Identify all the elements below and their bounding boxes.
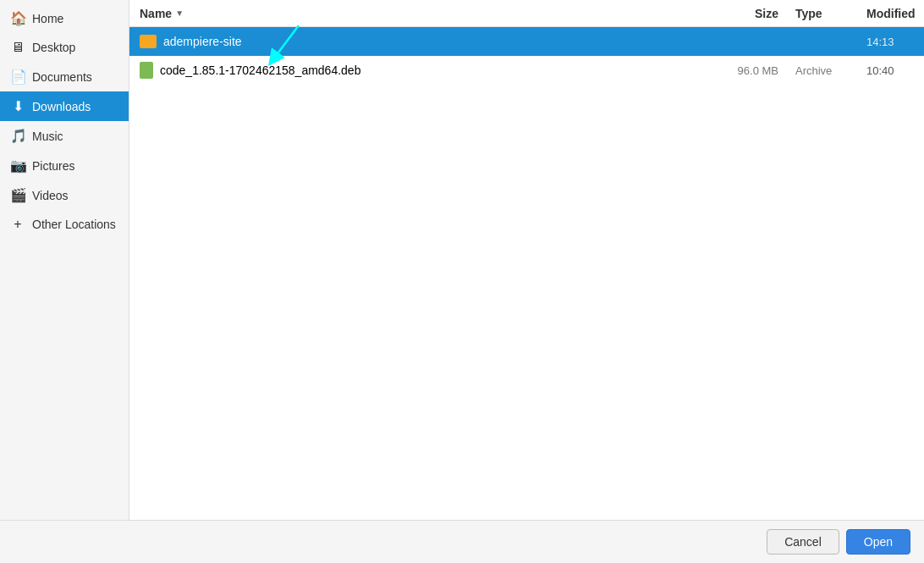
folder-icon [140, 35, 157, 48]
column-headers: Name ▼ Size Type Modified [129, 0, 924, 27]
file-type-cell: Archive [789, 64, 856, 77]
videos-icon: 🎬 [10, 187, 25, 203]
file-name-text: code_1.85.1-1702462158_amd64.deb [160, 63, 360, 77]
sidebar-item-downloads[interactable]: ⬇Downloads [0, 91, 129, 121]
file-name-text: adempiere-site [163, 35, 242, 48]
file-name-cell: code_1.85.1-1702462158_amd64.deb [129, 62, 712, 79]
sidebar-item-music[interactable]: 🎵Music [0, 121, 129, 151]
file-modified-cell: 14:13 [856, 36, 924, 48]
desktop-icon: 🖥 [10, 40, 25, 55]
table-row[interactable]: adempiere-site14:13 [129, 27, 924, 56]
dialog-body: 🏠Home🖥Desktop📄Documents⬇Downloads🎵Music📷… [0, 0, 924, 520]
other-locations-icon: + [10, 217, 25, 232]
sidebar-item-desktop[interactable]: 🖥Desktop [0, 33, 129, 62]
open-button[interactable]: Open [846, 529, 910, 555]
table-row[interactable]: code_1.85.1-1702462158_amd64.deb96.0 MBA… [129, 56, 924, 85]
col-name-header[interactable]: Name ▼ [129, 7, 712, 20]
sidebar-item-videos[interactable]: 🎬Videos [0, 180, 129, 210]
sidebar-label-desktop: Desktop [32, 41, 75, 54]
dialog-footer: Cancel Open [0, 520, 924, 563]
col-size-header: Size [712, 7, 789, 20]
sidebar: 🏠Home🖥Desktop📄Documents⬇Downloads🎵Music📷… [0, 0, 129, 520]
sidebar-label-other-locations: Other Locations [32, 218, 116, 231]
sidebar-label-pictures: Pictures [32, 159, 75, 173]
file-size-cell: 96.0 MB [712, 64, 789, 77]
sidebar-item-pictures[interactable]: 📷Pictures [0, 151, 129, 180]
file-name-cell: adempiere-site [129, 35, 712, 48]
file-browser: Name ▼ Size Type Modified ad [129, 0, 924, 520]
file-list: adempiere-site14:13code_1.85.1-170246215… [129, 27, 924, 520]
col-type-header: Type [789, 7, 856, 20]
col-name-label: Name [140, 7, 172, 20]
sidebar-label-videos: Videos [32, 189, 69, 202]
sidebar-label-music: Music [32, 130, 63, 143]
sidebar-item-documents[interactable]: 📄Documents [0, 62, 129, 91]
sidebar-label-documents: Documents [32, 70, 92, 84]
pictures-icon: 📷 [10, 157, 25, 174]
home-icon: 🏠 [10, 10, 25, 26]
sidebar-label-downloads: Downloads [32, 100, 91, 113]
music-icon: 🎵 [10, 128, 25, 144]
file-chooser-dialog: 🏠Home🖥Desktop📄Documents⬇Downloads🎵Music📷… [0, 0, 924, 563]
sidebar-item-other-locations[interactable]: +Other Locations [0, 210, 129, 239]
main-area: Name ▼ Size Type Modified ad [129, 0, 924, 520]
downloads-icon: ⬇ [10, 98, 25, 114]
cancel-button[interactable]: Cancel [767, 529, 839, 555]
sidebar-item-home[interactable]: 🏠Home [0, 3, 129, 33]
file-modified-cell: 10:40 [856, 64, 924, 77]
archive-icon [140, 62, 153, 79]
col-modified-header: Modified [856, 7, 924, 20]
documents-icon: 📄 [10, 69, 25, 85]
sidebar-label-home: Home [32, 12, 63, 25]
sort-arrow-icon: ▼ [175, 8, 184, 18]
